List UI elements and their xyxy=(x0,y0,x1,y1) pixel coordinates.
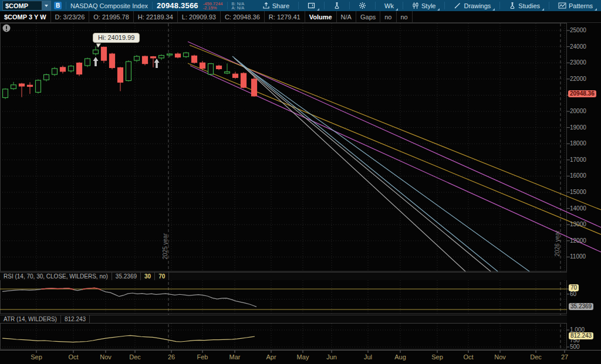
candle-up xyxy=(44,74,49,80)
bar-date: D: 3/23/26 xyxy=(51,11,90,22)
chart-style-icon xyxy=(412,2,419,9)
last-price: 20948.3566 xyxy=(157,1,198,10)
rsi-level-high[interactable]: 70 xyxy=(155,273,169,280)
candle-up xyxy=(184,53,189,57)
time-tick-label: Feb xyxy=(193,353,212,360)
price-tick-label: 13000 xyxy=(570,221,586,227)
studies-button[interactable]: Studies xyxy=(504,0,545,11)
corner-arrow xyxy=(492,8,495,11)
symbol-input[interactable] xyxy=(3,2,42,9)
time-tick-label: Sep xyxy=(26,353,46,360)
share-button[interactable]: Share xyxy=(258,0,294,11)
price-tick-label: 15000 xyxy=(570,189,586,195)
candle-down xyxy=(252,79,257,96)
atr-value-badge: 812.243 xyxy=(569,332,593,339)
top-toolbar: B NASDAQ Composite Index 20948.3566 -459… xyxy=(0,0,601,11)
time-tick-label: Dec xyxy=(526,353,546,360)
rsi-value-badge: 35.2369 xyxy=(569,303,593,310)
flask-icon xyxy=(509,2,516,9)
style-label: Style xyxy=(421,2,435,9)
candle-up xyxy=(159,56,164,58)
candle-down xyxy=(77,63,82,74)
news-flag-icon xyxy=(308,2,315,9)
patterns-button[interactable]: Patterns xyxy=(553,0,597,11)
corner-arrow xyxy=(396,8,398,11)
price-tick-label: 14000 xyxy=(570,205,586,212)
gaps-label: Gaps xyxy=(356,11,380,22)
price-tick-label: 22000 xyxy=(570,76,586,82)
channel-bottom-gold xyxy=(188,63,601,234)
price-tick-label: 12000 xyxy=(570,237,586,244)
atr-500-label: 500 xyxy=(570,343,580,350)
panel-border xyxy=(1,324,567,350)
time-tick-label: May xyxy=(293,353,313,360)
timeframe-label: Wk xyxy=(384,2,394,9)
year-marker-2025: 2025 year xyxy=(162,233,168,259)
style-button[interactable]: Style xyxy=(407,0,440,11)
candle-up xyxy=(3,89,8,98)
alerts-button[interactable] xyxy=(303,0,320,11)
candle-up xyxy=(52,69,58,74)
candle-down xyxy=(19,84,25,86)
time-tick-label: 27 xyxy=(555,353,575,360)
candle-down xyxy=(192,56,197,62)
trading-platform-window: B NASDAQ Composite Index 20948.3566 -459… xyxy=(0,0,601,364)
change-percent: -2.15% xyxy=(203,6,223,10)
gear-icon xyxy=(359,2,366,9)
candle-down xyxy=(110,54,115,67)
time-tick-label: Nov xyxy=(490,353,510,360)
candle-up xyxy=(134,56,140,60)
fan-blue-1 xyxy=(232,56,498,271)
tooltip-tail xyxy=(96,43,101,47)
bar-high: H: 22189.34 xyxy=(134,11,178,22)
time-tick-label: Jul xyxy=(358,353,378,360)
atr-line xyxy=(2,335,255,342)
candle-up xyxy=(93,50,99,54)
candle-down xyxy=(102,47,107,60)
price-change: -459.7244 -2.15% xyxy=(203,2,223,10)
candle-down xyxy=(151,57,156,58)
price-tick-label: 23000 xyxy=(570,59,586,66)
bar-low: L: 20909.93 xyxy=(178,11,221,22)
rsi-header: RSI (14, 70, 30, CLOSE, WILDERS, no) 35.… xyxy=(0,272,567,280)
corner-arrow xyxy=(317,8,319,11)
candle-down xyxy=(217,66,222,69)
current-price-badge: 20948.36 xyxy=(568,90,596,97)
time-tick-label: Apr xyxy=(261,353,281,360)
patterns-label: Patterns xyxy=(569,2,593,9)
candle-down xyxy=(241,73,247,87)
time-tick-label: Dec xyxy=(125,353,145,360)
rsi-60-label: 60 xyxy=(570,291,576,297)
rsi-value: 35.2369 xyxy=(112,273,141,280)
rsi-title[interactable]: RSI (14, 70, 30, CLOSE, WILDERS, no) xyxy=(0,273,112,280)
chart-canvas[interactable] xyxy=(0,0,601,364)
chart-info-row: $COMP 3 Y W D: 3/23/26 O: 21995.78 H: 22… xyxy=(0,11,601,23)
symbol-dropdown-button[interactable] xyxy=(42,1,50,10)
price-tick-label: 19000 xyxy=(570,124,586,131)
gap-left-value: no xyxy=(380,11,396,22)
bats-quote-icon[interactable]: B xyxy=(54,2,62,9)
bid-ask: B: N/A A: N/A xyxy=(232,2,245,10)
symbol-period: $COMP 3 Y W xyxy=(0,11,51,22)
settings-button[interactable] xyxy=(354,0,371,11)
bar-range: R: 1279.41 xyxy=(265,11,305,22)
share-icon xyxy=(262,2,270,9)
candle-up xyxy=(126,62,131,81)
time-tick-label: Oct xyxy=(458,353,478,360)
ask-value: A: N/A xyxy=(232,6,245,10)
price-tick-label: 18000 xyxy=(570,140,586,147)
divider xyxy=(152,2,153,9)
timeframe-button[interactable]: Wk xyxy=(380,0,399,11)
bar-close: C: 20948.36 xyxy=(221,11,265,22)
drawings-button[interactable]: Drawings xyxy=(449,0,495,11)
rsi-line xyxy=(2,288,256,307)
share-label: Share xyxy=(272,2,289,9)
rsi-level-low[interactable]: 30 xyxy=(141,273,155,280)
atr-title[interactable]: ATR (14, WILDERS) xyxy=(0,315,61,323)
time-tick-label: Sep xyxy=(427,353,447,360)
instrument-name: NASDAQ Composite Index xyxy=(70,2,148,9)
divider xyxy=(227,2,228,9)
time-tick-label: Aug xyxy=(390,353,410,360)
quick-study-button[interactable] xyxy=(329,0,345,11)
time-tick-label: Jun xyxy=(322,353,342,360)
